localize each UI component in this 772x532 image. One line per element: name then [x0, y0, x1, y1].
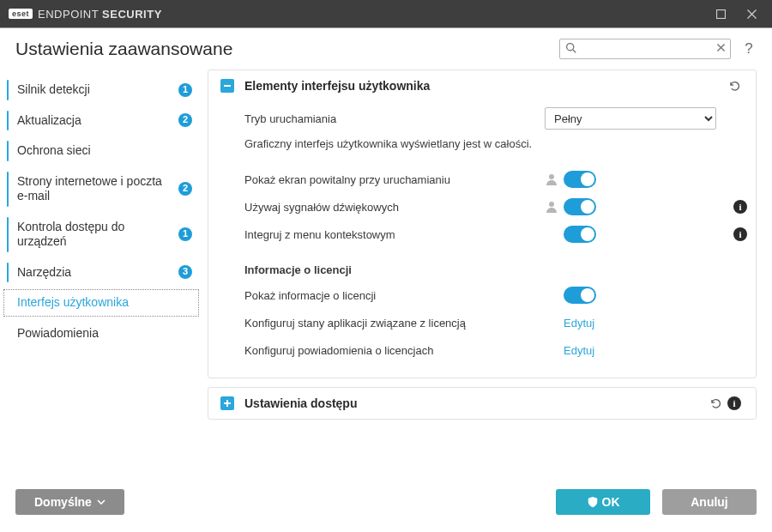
use-sounds-toggle[interactable]	[564, 198, 596, 215]
brand-text: ENDPOINT SECURITY	[38, 8, 162, 21]
sidebar-item-device-control[interactable]: Kontrola dostępu do urządzeń 1	[0, 212, 204, 257]
sidebar-item-network-protection[interactable]: Ochrona sieci	[0, 136, 204, 166]
sidebar-item-update[interactable]: Aktualizacja 2	[0, 106, 204, 136]
info-icon[interactable]: i	[733, 227, 747, 241]
brand-light: ENDPOINT	[38, 8, 102, 21]
undo-icon[interactable]	[725, 79, 744, 93]
footer: Domyślne OK Anuluj	[0, 477, 772, 532]
sidebar-item-label: Kontrola dostępu do urządzeń	[17, 220, 173, 250]
cancel-button[interactable]: Anuluj	[662, 489, 757, 515]
panel-title: Ustawienia dostępu	[244, 396, 706, 410]
context-menu-label: Integruj z menu kontekstowym	[244, 228, 545, 241]
sidebar-item-label: Silnik detekcji	[17, 82, 173, 98]
chevron-down-icon	[97, 495, 106, 509]
search-input[interactable]	[580, 42, 712, 56]
search-icon	[565, 41, 576, 57]
expand-icon[interactable]	[220, 396, 234, 410]
sidebar-item-user-interface[interactable]: Interfejs użytkownika	[0, 287, 204, 318]
configure-states-link[interactable]: Edytuj	[564, 317, 594, 329]
sidebar-item-tools[interactable]: Narzędzia 3	[0, 257, 204, 288]
startup-mode-select[interactable]: Pełny	[545, 107, 716, 130]
defaults-label: Domyślne	[34, 495, 92, 509]
show-license-toggle[interactable]	[564, 287, 596, 304]
use-sounds-label: Używaj sygnałów dźwiękowych	[244, 201, 545, 214]
sidebar-item-notifications[interactable]: Powiadomienia	[0, 318, 204, 349]
sidebar-item-label: Powiadomienia	[17, 326, 192, 342]
configure-states-label: Konfiguruj stany aplikacji związane z li…	[244, 317, 545, 329]
startup-mode-description: Graficzny interfejs użytkownika wyświetl…	[244, 137, 744, 150]
titlebar: eset ENDPOINT SECURITY	[0, 0, 772, 27]
search-clear-icon[interactable]	[715, 41, 727, 57]
panel-ui-elements: Elementy interfejsu użytkownika Tryb uru…	[208, 70, 757, 378]
sidebar-item-label: Aktualizacja	[17, 113, 173, 129]
info-icon[interactable]: i	[727, 396, 741, 410]
ok-button[interactable]: OK	[556, 489, 650, 515]
shield-icon	[587, 496, 599, 508]
sidebar-item-label: Ochrona sieci	[17, 143, 192, 159]
cancel-label: Anuluj	[691, 495, 728, 509]
configure-notifications-label: Konfiguruj powiadomienia o licencjach	[244, 344, 545, 357]
page-title: Ustawienia zaawansowane	[15, 39, 559, 59]
svg-point-3	[549, 202, 554, 207]
brand-bold: SECURITY	[102, 8, 162, 21]
search-box[interactable]	[559, 39, 731, 59]
ok-label: OK	[602, 495, 620, 509]
brand-badge: eset	[9, 9, 33, 19]
content: Elementy interfejsu użytkownika Tryb uru…	[204, 66, 757, 477]
sidebar-badge: 2	[178, 113, 192, 127]
sidebar-item-web-email[interactable]: Strony internetowe i poczta e-mail 2	[0, 166, 204, 212]
license-subheader: Informacje o licencji	[244, 263, 744, 276]
startup-mode-label: Tryb uruchamiania	[244, 112, 545, 125]
sidebar-badge: 1	[178, 227, 192, 241]
sidebar-item-detection-engine[interactable]: Silnik detekcji 1	[0, 75, 204, 106]
show-license-label: Pokaż informacje o licencji	[244, 289, 545, 302]
sidebar-item-label: Narzędzia	[17, 265, 173, 281]
collapse-icon[interactable]	[220, 79, 234, 93]
window-close-button[interactable]	[736, 0, 767, 27]
sidebar-badge: 2	[178, 182, 192, 196]
svg-point-2	[549, 174, 554, 179]
sidebar: Silnik detekcji 1 Aktualizacja 2 Ochrona…	[0, 66, 204, 477]
defaults-button[interactable]: Domyślne	[15, 489, 124, 515]
sidebar-badge: 1	[178, 83, 192, 97]
help-button[interactable]: ?	[741, 40, 757, 57]
user-icon	[545, 172, 558, 186]
context-menu-toggle[interactable]	[564, 226, 596, 243]
sidebar-item-label: Strony internetowe i poczta e-mail	[17, 174, 173, 204]
svg-point-1	[567, 44, 574, 51]
show-splash-label: Pokaż ekran powitalny przy uruchamianiu	[244, 173, 545, 186]
sidebar-item-label: Interfejs użytkownika	[17, 295, 192, 311]
user-icon	[545, 200, 558, 214]
configure-notifications-link[interactable]: Edytuj	[564, 344, 594, 357]
sidebar-badge: 3	[178, 265, 192, 279]
show-splash-toggle[interactable]	[564, 171, 596, 188]
panel-title: Elementy interfejsu użytkownika	[244, 79, 725, 93]
undo-icon[interactable]	[706, 396, 725, 410]
panel-access-settings: Ustawienia dostępu i	[208, 387, 757, 420]
info-icon[interactable]: i	[733, 200, 747, 214]
svg-rect-0	[716, 9, 725, 18]
header: Ustawienia zaawansowane ?	[0, 28, 772, 66]
window-maximize-button[interactable]	[705, 0, 736, 27]
